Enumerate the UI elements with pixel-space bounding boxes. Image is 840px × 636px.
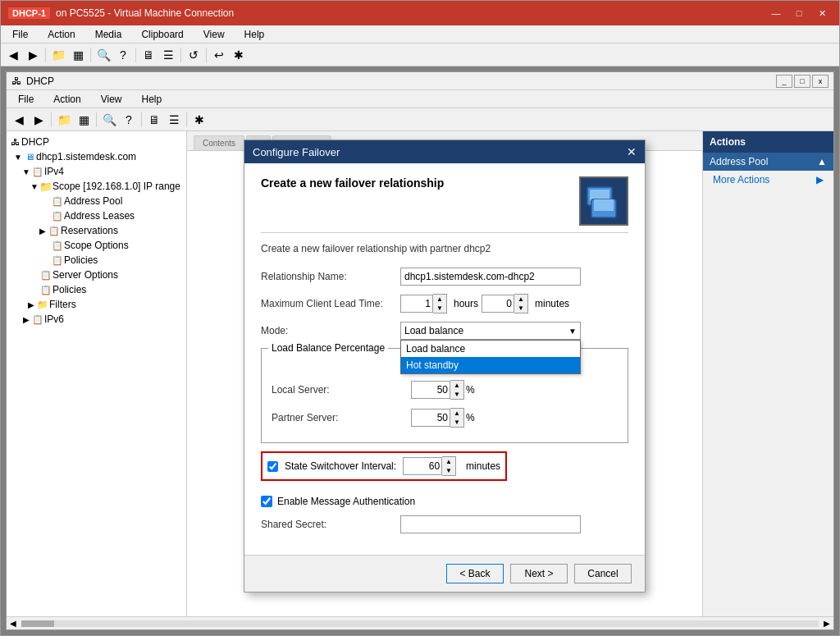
- inner-menu-action[interactable]: Action: [48, 92, 85, 107]
- expand-ipv6[interactable]: ▶: [21, 315, 31, 324]
- relationship-name-input[interactable]: [400, 268, 581, 286]
- shared-secret-input[interactable]: [400, 515, 581, 533]
- back-button[interactable]: < Back: [446, 564, 504, 583]
- minutes-input[interactable]: [482, 295, 514, 313]
- expand-dhcp1[interactable]: ▼: [13, 153, 23, 162]
- more-actions-item[interactable]: More Actions ▶: [703, 171, 833, 189]
- inner-minimize-btn[interactable]: _: [776, 75, 792, 88]
- cancel-button[interactable]: Cancel: [574, 564, 632, 583]
- tree-node-filters[interactable]: ▶ 📁 Filters: [7, 297, 186, 312]
- dialog-header-area: Create a new failover relationship: [261, 176, 628, 226]
- inner-tb-q1[interactable]: 🔍: [100, 111, 118, 129]
- tb-folder-btn[interactable]: 📁: [49, 46, 67, 64]
- expand-policies[interactable]: [30, 286, 39, 295]
- partner-server-down-btn[interactable]: ▼: [450, 418, 463, 427]
- actions-section-address-pool[interactable]: Address Pool ▲: [703, 153, 833, 171]
- tb-back-btn[interactable]: ◀: [4, 46, 22, 64]
- tree-node-scope-options[interactable]: 📋 Scope Options: [7, 238, 186, 253]
- minutes-down-btn[interactable]: ▼: [514, 304, 527, 313]
- tree-label-ipv6: IPv6: [44, 313, 64, 325]
- inner-tb-back[interactable]: ◀: [10, 111, 28, 129]
- maximize-button[interactable]: □: [788, 5, 810, 21]
- expand-ipv4[interactable]: ▼: [21, 167, 31, 176]
- bottom-scrollbar[interactable]: ◀ ▶: [7, 616, 833, 629]
- inner-window-title: DHCP: [26, 75, 54, 87]
- outer-menu-action[interactable]: Action: [43, 27, 80, 42]
- tree-node-policies-scope[interactable]: 📋 Policies: [7, 253, 186, 268]
- inner-tb-view[interactable]: ▦: [75, 111, 93, 129]
- expand-server-options[interactable]: [30, 271, 39, 280]
- option-load-balance[interactable]: Load balance: [401, 341, 580, 357]
- scroll-track[interactable]: [21, 620, 819, 627]
- close-button[interactable]: ✕: [811, 5, 833, 21]
- tree-node-dhcp1[interactable]: ▼ 🖥 dhcp1.sistemdesk.com: [7, 149, 186, 164]
- local-server-down-btn[interactable]: ▼: [450, 390, 463, 399]
- tb-undo-btn[interactable]: ↩: [210, 46, 228, 64]
- inner-close-btn[interactable]: x: [812, 75, 829, 88]
- tree-node-policies[interactable]: 📋 Policies: [7, 282, 186, 297]
- tree-node-scope[interactable]: ▼ 📁 Scope [192.168.1.0] IP range: [7, 179, 186, 194]
- outer-menu-view[interactable]: View: [199, 27, 230, 42]
- scroll-right-btn[interactable]: ▶: [820, 619, 833, 628]
- local-server-up-btn[interactable]: ▲: [450, 381, 463, 390]
- outer-menu-file[interactable]: File: [7, 27, 33, 42]
- inner-tb-q2[interactable]: ?: [120, 111, 138, 129]
- tree-node-address-pool[interactable]: 📋 Address Pool: [7, 194, 186, 208]
- tb-screen-btn[interactable]: 🖥: [139, 46, 158, 64]
- hours-up-btn[interactable]: ▲: [433, 295, 446, 304]
- expand-reservations[interactable]: ▶: [38, 226, 48, 236]
- inner-tb-forward[interactable]: ▶: [30, 111, 48, 129]
- inner-tb-list[interactable]: ☰: [165, 111, 183, 129]
- enable-msg-auth-checkbox[interactable]: [261, 496, 272, 507]
- inner-restore-btn[interactable]: □: [794, 75, 810, 88]
- option-hot-standby[interactable]: Hot standby: [401, 357, 580, 373]
- inner-menu-file[interactable]: File: [13, 92, 39, 107]
- minutes-up-btn[interactable]: ▲: [514, 295, 527, 304]
- outer-menu-help[interactable]: Help: [240, 27, 270, 42]
- next-button[interactable]: Next >: [510, 564, 568, 583]
- state-switchover-input[interactable]: [403, 457, 442, 475]
- expand-policies-scope[interactable]: [41, 256, 51, 265]
- expand-address-leases[interactable]: [41, 212, 51, 221]
- inner-tb-star[interactable]: ✱: [190, 111, 208, 129]
- tree-root-dhcp[interactable]: 🖧 DHCP: [7, 135, 186, 149]
- tree-node-server-options[interactable]: 📋 Server Options: [7, 268, 186, 282]
- mode-dropdown[interactable]: Load balance ▼: [400, 322, 581, 340]
- partner-server-up-btn[interactable]: ▲: [450, 409, 463, 418]
- expand-scope[interactable]: ▼: [30, 182, 39, 191]
- tb-refresh-btn[interactable]: ↺: [185, 46, 203, 64]
- partner-server-input[interactable]: [411, 409, 450, 427]
- inner-tb-folder[interactable]: 📁: [55, 111, 73, 129]
- hours-input[interactable]: [400, 295, 433, 313]
- hours-down-btn[interactable]: ▼: [433, 304, 446, 313]
- inner-menu-help[interactable]: Help: [137, 92, 167, 107]
- local-server-input[interactable]: [411, 381, 450, 399]
- inner-menu-view[interactable]: View: [96, 92, 127, 107]
- tb-forward-btn[interactable]: ▶: [24, 46, 42, 64]
- tb-grid-btn[interactable]: ▦: [69, 46, 87, 64]
- outer-menu-bar: File Action Media Clipboard View Help: [1, 25, 839, 43]
- outer-menu-media[interactable]: Media: [90, 27, 127, 42]
- inner-tb-screen[interactable]: 🖥: [145, 111, 163, 129]
- inner-tb-sep3: [141, 112, 142, 127]
- tree-node-ipv4[interactable]: ▼ 📋 IPv4: [7, 164, 186, 179]
- tb-search-btn[interactable]: 🔍: [94, 46, 112, 64]
- minimize-button[interactable]: —: [765, 5, 787, 21]
- tree-node-address-leases[interactable]: 📋 Address Leases: [7, 208, 186, 223]
- tb-extra-btn[interactable]: ✱: [230, 46, 248, 64]
- scroll-left-btn[interactable]: ◀: [7, 619, 20, 628]
- state-switchover-checkbox[interactable]: [267, 461, 278, 472]
- expand-scope-options[interactable]: [41, 241, 51, 250]
- expand-filters[interactable]: ▶: [26, 300, 36, 309]
- state-switchover-up-btn[interactable]: ▲: [442, 457, 455, 466]
- tb-list-btn[interactable]: ☰: [159, 46, 177, 64]
- expand-address-pool[interactable]: [41, 197, 51, 206]
- state-switchover-down-btn[interactable]: ▼: [442, 466, 455, 475]
- dialog-close-button[interactable]: ✕: [627, 145, 637, 158]
- tree-node-reservations[interactable]: ▶ 📋 Reservations: [7, 223, 186, 238]
- tb-help-btn[interactable]: ?: [114, 46, 132, 64]
- scroll-thumb[interactable]: [21, 620, 54, 627]
- outer-menu-clipboard[interactable]: Clipboard: [136, 27, 188, 42]
- tree-node-ipv6[interactable]: ▶ 📋 IPv6: [7, 312, 186, 327]
- outer-toolbar: ◀ ▶ 📁 ▦ 🔍 ? 🖥 ☰ ↺ ↩ ✱: [1, 43, 839, 66]
